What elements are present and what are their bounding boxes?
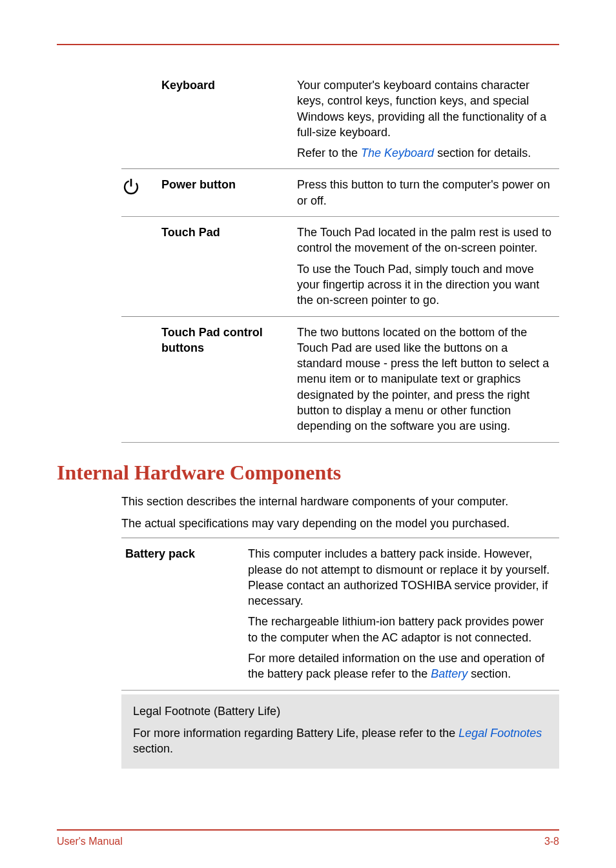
top-rule bbox=[57, 44, 559, 45]
keyboard-link[interactable]: The Keyboard bbox=[361, 146, 434, 159]
keyboard-label: Keyboard bbox=[158, 70, 293, 169]
battery-desc-p2: The rechargeable lithium-ion battery pac… bbox=[248, 614, 555, 645]
legal-footnotes-link[interactable]: Legal Footnotes bbox=[458, 727, 542, 740]
touch-pad-label: Touch Pad bbox=[158, 217, 293, 316]
keyboard-desc-p1: Your computer's keyboard contains charac… bbox=[297, 79, 546, 139]
row-keyboard: Keyboard Your computer's keyboard contai… bbox=[121, 70, 559, 169]
row-touch-pad-control: Touch Pad control buttons The two button… bbox=[121, 316, 559, 442]
power-icon bbox=[121, 177, 141, 196]
legal-footnote-text-b: section. bbox=[133, 742, 173, 755]
intro-paragraph-2: The actual specifications may vary depen… bbox=[121, 516, 559, 531]
legal-footnote-box: Legal Footnote (Battery Life) For more i… bbox=[121, 694, 559, 769]
touch-pad-control-desc: The two buttons located on the bottom of… bbox=[293, 316, 559, 442]
battery-desc-p1: This computer includes a battery pack in… bbox=[248, 547, 549, 607]
touch-pad-desc-p2: To use the Touch Pad, simply touch and m… bbox=[297, 261, 555, 308]
intro-paragraph-1: This section describes the internal hard… bbox=[121, 494, 559, 509]
row-touch-pad: Touch Pad The Touch Pad located in the p… bbox=[121, 217, 559, 316]
legal-footnote-title: Legal Footnote (Battery Life) bbox=[133, 703, 548, 719]
footer-left: User's Manual bbox=[57, 836, 123, 847]
footer-right: 3-8 bbox=[544, 836, 559, 847]
power-button-desc: Press this button to turn the computer's… bbox=[293, 169, 559, 217]
battery-desc-p3b: section. bbox=[467, 667, 511, 680]
keyboard-desc-p2a: Refer to the bbox=[297, 146, 361, 159]
touch-pad-control-label: Touch Pad control buttons bbox=[158, 316, 293, 442]
touch-pad-desc-p1: The Touch Pad located in the palm rest i… bbox=[297, 226, 551, 254]
definitions-table: Keyboard Your computer's keyboard contai… bbox=[121, 70, 559, 443]
battery-pack-label: Battery pack bbox=[121, 538, 244, 690]
power-button-label: Power button bbox=[158, 169, 293, 217]
legal-footnote-text-a: For more information regarding Battery L… bbox=[133, 727, 458, 740]
section-heading: Internal Hardware Components bbox=[57, 461, 559, 485]
row-power-button: Power button Press this button to turn t… bbox=[121, 169, 559, 217]
row-battery-pack: Battery pack This computer includes a ba… bbox=[121, 538, 559, 690]
battery-link[interactable]: Battery bbox=[431, 667, 467, 680]
battery-table: Battery pack This computer includes a ba… bbox=[121, 538, 559, 690]
keyboard-desc-p2b: section for details. bbox=[434, 146, 531, 159]
page-footer: User's Manual 3-8 bbox=[57, 829, 559, 847]
